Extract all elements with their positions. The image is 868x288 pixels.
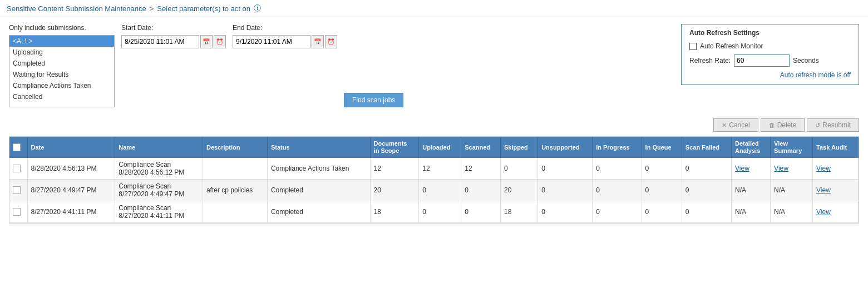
- task-audit-link[interactable]: View: [816, 186, 831, 194]
- cell-documents-in-scope: 18: [370, 201, 419, 223]
- cell-documents-in-scope: 20: [370, 180, 419, 201]
- cell-status: Completed: [267, 180, 370, 201]
- refresh-rate-row: Refresh Rate: Seconds: [689, 54, 851, 67]
- cell-detailed-analysis: N/A: [732, 201, 771, 223]
- row-checkbox-cell: [9, 201, 27, 223]
- start-date-clock-icon[interactable]: ⏰: [214, 35, 226, 48]
- cell-name: Compliance Scan 8/28/2020 4:56:12 PM: [115, 158, 203, 180]
- cell-in-progress: 0: [593, 201, 642, 223]
- cell-description: [203, 201, 267, 223]
- refresh-rate-input[interactable]: [734, 54, 790, 67]
- cancel-label: Cancel: [729, 121, 749, 129]
- cell-name: Compliance Scan 8/27/2020 4:49:47 PM: [115, 180, 203, 201]
- select-all-checkbox[interactable]: [13, 143, 21, 151]
- submissions-dropdown[interactable]: <ALL> Uploading Completed Waiting for Re…: [9, 35, 115, 107]
- col-detailed-analysis: DetailedAnalysis: [732, 137, 771, 158]
- start-date-label: Start Date:: [121, 24, 226, 32]
- col-task-audit: Task Audit: [813, 137, 859, 158]
- start-date-input[interactable]: [121, 35, 199, 48]
- cell-scan-failed: 0: [682, 201, 731, 223]
- col-status: Status: [267, 137, 370, 158]
- seconds-label: Seconds: [793, 57, 819, 64]
- end-date-input[interactable]: [233, 35, 310, 48]
- col-in-progress: In Progress: [593, 137, 642, 158]
- cell-skipped: 20: [501, 180, 538, 201]
- cell-scanned: 0: [461, 180, 501, 201]
- cell-date: 8/27/2020 4:49:47 PM: [27, 180, 115, 201]
- cell-task-audit: View: [813, 158, 859, 180]
- start-date-calendar-icon[interactable]: 📅: [200, 35, 213, 48]
- row-checkbox[interactable]: [13, 208, 21, 216]
- breadcrumb-arrow: >: [150, 4, 154, 13]
- cell-view-summary: View: [771, 158, 813, 180]
- dropdown-item-cancelled[interactable]: Cancelled: [9, 91, 114, 102]
- cell-name: Compliance Scan 8/27/2020 4:41:11 PM: [115, 201, 203, 223]
- resubmit-icon: ↺: [815, 122, 820, 129]
- cancel-button[interactable]: ✕ Cancel: [713, 118, 758, 132]
- dropdown-item-completed[interactable]: Completed: [9, 58, 114, 69]
- dropdown-item-compliance[interactable]: Compliance Actions Taken: [9, 80, 114, 91]
- cell-unsupported: 0: [538, 201, 593, 223]
- cell-description: [203, 158, 267, 180]
- auto-refresh-box: Auto Refresh Settings Auto Refresh Monit…: [681, 24, 859, 85]
- delete-button[interactable]: 🗑 Delete: [761, 118, 805, 132]
- start-date-input-row: 📅 ⏰: [121, 35, 226, 48]
- filter-label: Only include submissions.: [9, 24, 115, 32]
- dropdown-item-waiting[interactable]: Waiting for Results: [9, 69, 114, 80]
- cell-unsupported: 0: [538, 180, 593, 201]
- end-date-calendar-icon[interactable]: 📅: [312, 35, 324, 48]
- cell-task-audit: View: [813, 180, 859, 201]
- col-in-queue: In Queue: [642, 137, 682, 158]
- col-view-summary: ViewSummary: [771, 137, 813, 158]
- table-body: 8/28/2020 4:56:13 PMCompliance Scan 8/28…: [9, 158, 859, 223]
- cell-documents-in-scope: 12: [370, 158, 419, 180]
- detailed-analysis-link[interactable]: View: [735, 165, 749, 172]
- resubmit-button[interactable]: ↺ Resubmit: [807, 118, 859, 132]
- col-unsupported: Unsupported: [538, 137, 593, 158]
- col-skipped: Skipped: [501, 137, 538, 158]
- auto-refresh-status: Auto refresh mode is off: [689, 71, 851, 79]
- auto-refresh-label: Auto Refresh Monitor: [700, 42, 763, 50]
- cell-detailed-analysis: View: [732, 158, 771, 180]
- end-date-clock-icon[interactable]: ⏰: [325, 35, 337, 48]
- results-table: Date Name Description Status Documentsin…: [9, 137, 859, 223]
- delete-label: Delete: [777, 121, 797, 129]
- main-content: Only include submissions. <ALL> Uploadin…: [0, 17, 868, 224]
- cell-uploaded: 0: [419, 180, 461, 201]
- top-bar: Sensitive Content Submission Maintenance…: [0, 0, 868, 17]
- row-checkbox[interactable]: [13, 165, 21, 172]
- cell-description: after cp policies: [203, 180, 267, 201]
- cell-uploaded: 12: [419, 158, 461, 180]
- col-documents-in-scope: Documentsin Scope: [370, 137, 419, 158]
- start-date-section: Start Date: 📅 ⏰: [121, 24, 226, 48]
- view-summary-link[interactable]: View: [774, 165, 788, 172]
- table-header-row: Date Name Description Status Documentsin…: [9, 137, 859, 158]
- task-audit-link[interactable]: View: [816, 165, 831, 172]
- table-row: 8/28/2020 4:56:13 PMCompliance Scan 8/28…: [9, 158, 859, 180]
- auto-refresh-row: Auto Refresh Monitor: [689, 42, 851, 50]
- cell-status: Compliance Actions Taken: [267, 158, 370, 180]
- cell-scan-failed: 0: [682, 180, 731, 201]
- table-row: 8/27/2020 4:49:47 PMCompliance Scan 8/27…: [9, 180, 859, 201]
- help-icon[interactable]: ⓘ: [254, 3, 261, 13]
- cell-task-audit: View: [813, 201, 859, 223]
- dropdown-item-uploading[interactable]: Uploading: [9, 47, 114, 58]
- end-date-input-row: 📅 ⏰: [233, 35, 337, 48]
- action-row: ✕ Cancel 🗑 Delete ↺ Resubmit: [9, 114, 859, 136]
- cell-date: 8/27/2020 4:41:11 PM: [27, 201, 115, 223]
- resubmit-label: Resubmit: [822, 121, 851, 129]
- col-description: Description: [203, 137, 267, 158]
- cell-in-progress: 0: [593, 180, 642, 201]
- row-checkbox[interactable]: [13, 186, 21, 194]
- delete-icon: 🗑: [769, 122, 775, 128]
- find-scan-jobs-button[interactable]: Find scan jobs: [344, 93, 403, 107]
- cell-in-queue: 0: [642, 201, 682, 223]
- dropdown-item-all[interactable]: <ALL>: [9, 36, 114, 47]
- col-uploaded: Uploaded: [419, 137, 461, 158]
- auto-refresh-checkbox[interactable]: [689, 43, 697, 50]
- col-date: Date: [27, 137, 115, 158]
- task-audit-link[interactable]: View: [816, 208, 831, 216]
- row-checkbox-cell: [9, 158, 27, 180]
- refresh-rate-label: Refresh Rate:: [689, 57, 731, 64]
- cell-in-queue: 0: [642, 180, 682, 201]
